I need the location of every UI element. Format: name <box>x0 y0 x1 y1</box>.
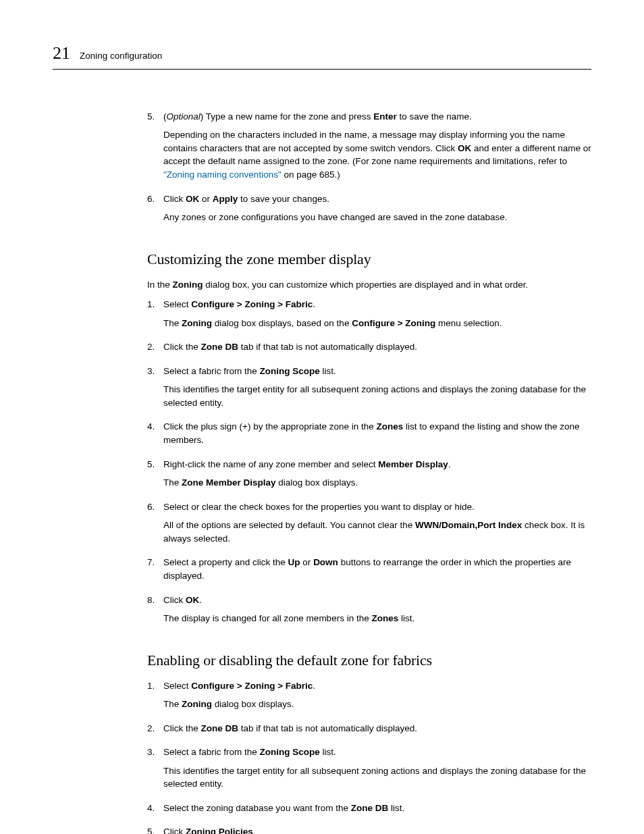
item-text: (Optional) Type a new name for the zone … <box>163 110 591 124</box>
xref-link[interactable]: "Zoning naming conventions" <box>163 170 281 180</box>
item-body: Select the zoning database you want from… <box>163 802 591 820</box>
item-subtext: This identifies the target entity for al… <box>163 383 591 409</box>
section-intro: In the Zoning dialog box, you can custom… <box>147 278 591 292</box>
list-item: 1. Select Configure > Zoning > Fabric. T… <box>147 679 591 716</box>
list-item: 3. Select a fabric from the Zoning Scope… <box>147 746 591 796</box>
item-body: Click the plus sign (+) by the appropria… <box>163 420 591 452</box>
item-subtext: The Zoning dialog box displays. <box>163 698 591 711</box>
list-item: 5. Click Zoning Policies. The Zoning Pol… <box>147 825 591 834</box>
chapter-number: 21 <box>53 41 70 66</box>
item-body: Click OK. The display is changed for all… <box>163 594 591 631</box>
list-item: 5. (Optional) Type a new name for the zo… <box>147 110 591 187</box>
list-item: 2. Click the Zone DB tab if that tab is … <box>147 340 591 359</box>
section2-list: 1. Select Configure > Zoning > Fabric. T… <box>147 679 591 834</box>
item-subtext: The Zoning dialog box displays, based on… <box>163 317 591 330</box>
item-subtext: The display is changed for all zone memb… <box>163 612 591 625</box>
list-item: 6. Click OK or Apply to save your change… <box>147 192 591 230</box>
item-number: 7. <box>147 556 163 588</box>
item-text: Click Zoning Policies. <box>163 825 591 834</box>
item-number: 5. <box>147 110 163 187</box>
item-body: Click OK or Apply to save your changes. … <box>163 192 591 230</box>
item-number: 1. <box>147 298 163 335</box>
item-text: Right-click the name of any zone member … <box>163 458 591 471</box>
item-text: Click OK. <box>163 594 591 607</box>
item-body: Select a property and click the Up or Do… <box>163 556 591 588</box>
chapter-title: Zoning configuration <box>80 49 162 63</box>
list-item: 4. Select the zoning database you want f… <box>147 802 591 820</box>
item-number: 6. <box>147 192 163 230</box>
item-subtext: Any zones or zone configurations you hav… <box>163 211 591 224</box>
item-number: 5. <box>147 458 163 495</box>
item-number: 4. <box>147 420 163 452</box>
item-number: 8. <box>147 594 163 631</box>
section-heading: Enabling or disabling the default zone f… <box>147 650 591 671</box>
list-item: 2. Click the Zone DB tab if that tab is … <box>147 722 591 741</box>
item-body: Select a fabric from the Zoning Scope li… <box>163 365 591 415</box>
list-item: 8. Click OK. The display is changed for … <box>147 594 591 631</box>
list-item: 5. Right-click the name of any zone memb… <box>147 458 591 495</box>
item-text: Click the Zone DB tab if that tab is not… <box>163 722 591 735</box>
item-text: Select a property and click the Up or Do… <box>163 556 591 582</box>
item-number: 3. <box>147 365 163 415</box>
item-body: Select Configure > Zoning > Fabric. The … <box>163 298 591 335</box>
top-list: 5. (Optional) Type a new name for the zo… <box>147 110 591 230</box>
item-body: Select a fabric from the Zoning Scope li… <box>163 746 591 796</box>
item-text: Select Configure > Zoning > Fabric. <box>163 679 591 693</box>
item-body: Click Zoning Policies. The Zoning Polici… <box>163 825 591 834</box>
list-item: 7. Select a property and click the Up or… <box>147 556 591 588</box>
item-body: Select or clear the check boxes for the … <box>163 500 591 551</box>
item-number: 1. <box>147 679 163 716</box>
list-item: 3. Select a fabric from the Zoning Scope… <box>147 365 591 415</box>
item-number: 5. <box>147 825 163 834</box>
page-header: 21 Zoning configuration <box>53 41 591 70</box>
item-text: Click the Zone DB tab if that tab is not… <box>163 340 591 354</box>
item-text: Select a fabric from the Zoning Scope li… <box>163 365 591 378</box>
page: 21 Zoning configuration 5. (Optional) Ty… <box>0 0 644 834</box>
item-subtext: The Zone Member Display dialog box displ… <box>163 476 591 490</box>
item-body: Click the Zone DB tab if that tab is not… <box>163 722 591 741</box>
item-text: Select a fabric from the Zoning Scope li… <box>163 746 591 759</box>
list-item: 6. Select or clear the check boxes for t… <box>147 500 591 551</box>
item-number: 2. <box>147 722 163 741</box>
item-text: Click the plus sign (+) by the appropria… <box>163 420 591 446</box>
item-text: Select or clear the check boxes for the … <box>163 500 591 514</box>
list-item: 1. Select Configure > Zoning > Fabric. T… <box>147 298 591 335</box>
section1-list: 1. Select Configure > Zoning > Fabric. T… <box>147 298 591 631</box>
item-text: Click OK or Apply to save your changes. <box>163 192 591 206</box>
page-content: 5. (Optional) Type a new name for the zo… <box>147 110 591 834</box>
item-subtext: All of the options are selected by defau… <box>163 519 591 545</box>
list-item: 4. Click the plus sign (+) by the approp… <box>147 420 591 452</box>
item-body: Click the Zone DB tab if that tab is not… <box>163 340 591 359</box>
item-number: 3. <box>147 746 163 796</box>
item-body: Right-click the name of any zone member … <box>163 458 591 495</box>
item-number: 6. <box>147 500 163 551</box>
item-body: Select Configure > Zoning > Fabric. The … <box>163 679 591 716</box>
item-subtext: This identifies the target entity for al… <box>163 764 591 791</box>
item-text: Select Configure > Zoning > Fabric. <box>163 298 591 311</box>
item-number: 4. <box>147 802 163 820</box>
item-text: Select the zoning database you want from… <box>163 802 591 815</box>
optional-label: Optional <box>167 111 200 122</box>
item-body: (Optional) Type a new name for the zone … <box>163 110 591 187</box>
section-heading: Customizing the zone member display <box>147 249 591 270</box>
item-number: 2. <box>147 340 163 359</box>
item-subtext: Depending on the characters included in … <box>163 128 591 181</box>
